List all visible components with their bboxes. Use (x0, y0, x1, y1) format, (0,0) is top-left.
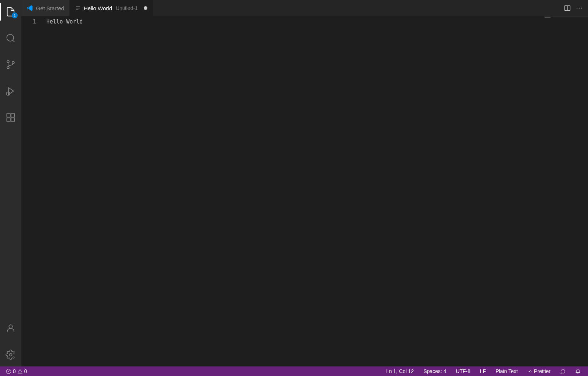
double-check-icon (527, 369, 533, 374)
svg-rect-9 (7, 118, 10, 121)
account-icon (6, 323, 16, 333)
feedback-button[interactable] (556, 369, 569, 374)
search-icon (6, 33, 16, 43)
bell-icon (575, 369, 581, 374)
svg-point-19 (579, 8, 580, 9)
svg-point-11 (9, 325, 12, 328)
accounts-button[interactable] (0, 319, 21, 337)
status-bar: 0 0 Ln 1, Col 12 Spaces: 4 UTF-8 LF Plai… (0, 366, 588, 376)
modified-indicator-icon[interactable] (144, 6, 147, 10)
debug-icon (6, 86, 16, 96)
svg-point-4 (12, 61, 14, 64)
tab-subtitle: Untitled-1 (116, 5, 138, 11)
indentation-button[interactable]: Spaces: 4 (420, 368, 450, 374)
eol-button[interactable]: LF (476, 368, 490, 374)
encoding-button[interactable]: UTF-8 (452, 368, 474, 374)
extensions-icon (6, 112, 16, 123)
settings-button[interactable] (0, 346, 21, 364)
minimap-slider[interactable] (544, 16, 588, 17)
svg-point-3 (7, 66, 9, 69)
svg-rect-10 (11, 118, 14, 121)
tab-label: Get Started (36, 5, 64, 11)
extensions-button[interactable] (0, 109, 21, 126)
svg-rect-7 (7, 114, 10, 117)
warning-icon (17, 369, 23, 374)
warning-count: 0 (24, 368, 27, 374)
line-number-gutter: 1 (21, 16, 46, 366)
notifications-button[interactable] (571, 369, 584, 374)
minimap-content (545, 17, 551, 18)
language-mode-button[interactable]: Plain Text (492, 368, 521, 374)
svg-line-1 (12, 40, 14, 42)
more-actions-icon[interactable] (576, 4, 583, 12)
vscode-icon (26, 5, 33, 11)
tab-untitled-1[interactable]: Hello World Untitled-1 (70, 0, 153, 16)
problems-button[interactable]: 0 0 (4, 368, 29, 374)
code-line: Hello World (46, 18, 83, 25)
tab-bar: Get Started Hello World Untitled-1 (21, 0, 588, 16)
explorer-button[interactable]: 1 (0, 3, 21, 21)
branch-icon (6, 59, 16, 70)
svg-point-2 (7, 61, 9, 63)
svg-point-20 (581, 8, 582, 9)
gear-icon (6, 350, 16, 360)
debug-button[interactable] (0, 82, 21, 100)
tab-label: Hello World (84, 5, 112, 11)
editor-area: Get Started Hello World Untitled-1 1 Hel… (21, 0, 588, 366)
svg-marker-5 (8, 88, 14, 95)
line-number: 1 (21, 18, 36, 26)
editor-content[interactable]: 1 Hello World (21, 16, 588, 366)
tab-get-started[interactable]: Get Started (21, 0, 70, 16)
feedback-icon (560, 369, 566, 374)
source-control-button[interactable] (0, 56, 21, 73)
minimap[interactable] (544, 16, 588, 366)
svg-point-18 (577, 8, 578, 9)
svg-point-25 (20, 372, 20, 373)
svg-rect-8 (11, 114, 14, 117)
error-icon (6, 369, 11, 374)
error-count: 0 (13, 368, 16, 374)
activity-bar: 1 (0, 0, 21, 366)
explorer-badge: 1 (12, 12, 18, 18)
svg-point-12 (10, 354, 12, 356)
code-text-area[interactable]: Hello World (46, 16, 544, 366)
prettier-button[interactable]: Prettier (524, 368, 554, 374)
cursor-position-button[interactable]: Ln 1, Col 12 (383, 368, 418, 374)
text-file-icon (75, 5, 81, 11)
svg-point-0 (7, 35, 14, 41)
split-editor-icon[interactable] (564, 4, 571, 12)
search-button[interactable] (0, 29, 21, 47)
